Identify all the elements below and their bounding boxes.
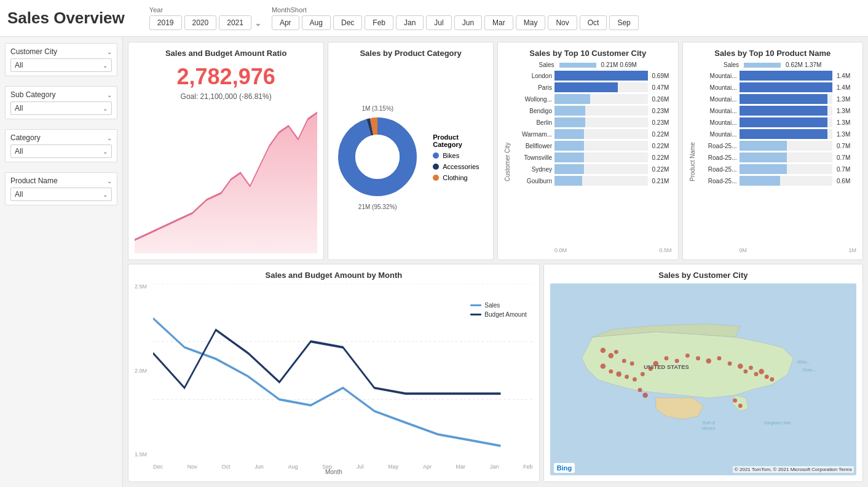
- city-bar-track-5: [554, 129, 648, 139]
- svg-point-40: [733, 398, 737, 403]
- y-label-1.5m: 1.5M: [135, 451, 147, 457]
- year-filter-pills: 201920202021: [149, 15, 251, 30]
- svg-point-41: [738, 404, 743, 408]
- x-axis-labels: DecNovOctJunAugSepJulMayAprMarJanFeb: [153, 464, 533, 470]
- month-pill-Apr[interactable]: Apr: [272, 15, 299, 30]
- ratio-title: Sales and Budget Amount Ratio: [135, 49, 317, 58]
- month-pill-Oct[interactable]: Oct: [580, 15, 607, 30]
- product-bar-label-9: Road-25...: [697, 178, 737, 184]
- legend-title: Product Category: [433, 133, 487, 148]
- slicer-chevron-1[interactable]: ⌄: [107, 92, 112, 98]
- svg-point-24: [649, 366, 653, 371]
- line-legend: Sales Budget Amount: [470, 302, 526, 318]
- gulf-label: Gulf of: [702, 421, 714, 425]
- slicer-chevron-0[interactable]: ⌄: [107, 49, 112, 55]
- city-x-axis: 0.0M0.5M: [512, 247, 672, 253]
- city-bar-value-9: 0.21M: [652, 178, 672, 184]
- map-placeholder: UNITED STATES Atlan... Ocea... Gulf of M…: [550, 283, 856, 475]
- product-bar-track-3: [740, 106, 833, 116]
- city-x-label: 0.5M: [659, 247, 671, 253]
- city-bar-row-4: Berlin 0.23M: [512, 117, 672, 127]
- legend-dot-0: [433, 152, 439, 159]
- line-title: Sales and Budget Amount by Month: [135, 271, 533, 280]
- svg-point-33: [738, 363, 743, 369]
- slicer-value-2[interactable]: All ⌄: [10, 145, 112, 158]
- city-bar-fill-7: [554, 152, 584, 162]
- year-pill-2021[interactable]: 2021: [219, 15, 251, 30]
- product-bar-label-5: Mountai...: [697, 131, 737, 138]
- svg-point-22: [633, 378, 637, 382]
- product-bar-value-9: 0.6M: [837, 178, 856, 184]
- product-bar-fill-9: [740, 176, 781, 186]
- city-scale-bar: [559, 63, 596, 68]
- slicer-val-text-0: All: [15, 61, 23, 69]
- svg-point-19: [609, 370, 613, 374]
- legend-item-clothing: Clothing: [433, 174, 487, 181]
- city-bar-row-6: Bellflower 0.22M: [512, 141, 672, 151]
- product-bar-fill-6: [740, 141, 787, 151]
- year-label: Year: [149, 6, 262, 14]
- top10-city-subtitle: Sales 0.21M 0.69M: [504, 61, 672, 68]
- month-pill-Aug[interactable]: Aug: [302, 15, 331, 30]
- month-pill-Nov[interactable]: Nov: [548, 15, 577, 30]
- slicer-value-0[interactable]: All ⌄: [10, 58, 112, 72]
- city-bar-fill-2: [554, 94, 590, 104]
- product-bar-track-5: [740, 129, 833, 139]
- month-pill-Jan[interactable]: Jan: [396, 15, 424, 30]
- slicer-product-name: Product Name ⌄ All ⌄: [5, 172, 117, 205]
- slicer-category: Category ⌄ All ⌄: [5, 129, 117, 162]
- slicer-chevron-3[interactable]: ⌄: [107, 178, 112, 184]
- slicer-customer-city: Customer City ⌄ All ⌄: [5, 43, 117, 76]
- slicer-title-0: Customer City: [10, 47, 57, 56]
- city-bar-label-5: Warrnam...: [512, 131, 552, 138]
- month-pill-Dec[interactable]: Dec: [333, 15, 362, 30]
- svg-point-32: [727, 362, 732, 366]
- slicer-dropdown-icon-0: ⌄: [103, 62, 108, 69]
- bing-logo: Bing: [554, 463, 575, 473]
- month-label: MonthShort: [272, 6, 639, 14]
- slicer-value-3[interactable]: All ⌄: [10, 188, 112, 201]
- svg-point-35: [749, 366, 753, 370]
- city-bar-label-8: Sydney: [512, 166, 552, 173]
- year-chevron-icon[interactable]: ⌄: [254, 18, 262, 28]
- line-x-label: May: [388, 464, 398, 470]
- product-bar-value-0: 1.4M: [837, 73, 856, 79]
- line-legend-item-0: Sales: [470, 302, 526, 309]
- line-x-label: Aug: [288, 464, 298, 470]
- month-pill-Jul[interactable]: Jul: [426, 15, 451, 30]
- line-legend-label-0: Sales: [484, 302, 500, 309]
- city-bar-label-0: London: [512, 73, 552, 79]
- product-bar-fill-5: [740, 129, 828, 139]
- donut-svg-wrap: 1M (3.15%) 21M (95.32%): [334, 114, 420, 202]
- slicer-chevron-2[interactable]: ⌄: [107, 135, 112, 141]
- product-bar-row-9: Road-25... 0.6M: [697, 176, 857, 186]
- year-pill-2019[interactable]: 2019: [149, 15, 182, 30]
- month-pill-Feb[interactable]: Feb: [365, 15, 393, 30]
- month-pill-Sep[interactable]: Sep: [609, 15, 638, 30]
- month-pill-Jun[interactable]: Jun: [454, 15, 482, 30]
- city-chart-body: Customer City London 0.69M Paris 0.47M W…: [504, 71, 672, 253]
- month-pill-May[interactable]: May: [516, 15, 546, 30]
- product-bar-track-0: [740, 71, 833, 81]
- city-bar-fill-4: [554, 117, 585, 127]
- year-pill-2020[interactable]: 2020: [184, 15, 217, 30]
- line-x-label: Sep: [322, 464, 332, 470]
- product-bars-area: Mountai... 1.4M Mountai... 1.4M Mountai.…: [697, 71, 857, 253]
- product-bar-row-5: Mountai... 1.3M: [697, 129, 857, 139]
- product-bar-track-7: [740, 152, 833, 162]
- city-bar-chart: London 0.69M Paris 0.47M Wollong... 0.26…: [512, 71, 672, 246]
- city-bar-fill-0: [554, 71, 648, 81]
- slicer-value-1[interactable]: All ⌄: [10, 101, 112, 115]
- city-bar-row-0: London 0.69M: [512, 71, 672, 81]
- donut-legend-items: Bikes Accessories Clothing: [433, 152, 487, 181]
- product-bar-value-6: 0.7M: [837, 143, 856, 149]
- product-bar-row-0: Mountai... 1.4M: [697, 71, 857, 81]
- product-bar-track-1: [740, 82, 833, 92]
- product-bar-row-4: Mountai... 1.3M: [697, 117, 857, 127]
- product-range: 0.62M 1.37M: [786, 61, 821, 68]
- line-chart-wrap: 2.5M 2.0M 1.5M Dec: [135, 283, 533, 470]
- slicer-val-text-2: All: [15, 147, 23, 156]
- line-x-label: Feb: [523, 464, 533, 470]
- product-bar-label-8: Road-25...: [697, 166, 737, 173]
- month-pill-Mar[interactable]: Mar: [484, 15, 513, 30]
